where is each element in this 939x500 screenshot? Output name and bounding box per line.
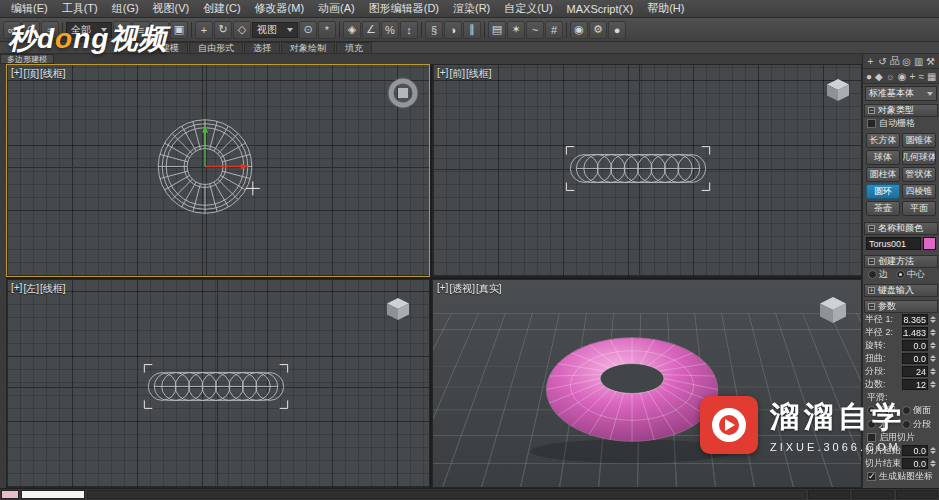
curve-editor-icon[interactable]: ~ (526, 21, 544, 39)
viewport-top[interactable]: [+] [顶] [线框] (6, 64, 430, 277)
layer-manager-icon[interactable]: ▤ (488, 21, 506, 39)
menu-item-rendering[interactable]: 渲染(R) (446, 0, 497, 17)
menu-item-help[interactable]: 帮助(H) (640, 0, 691, 17)
coordinate-y-field[interactable] (852, 490, 894, 499)
window-crossing-icon[interactable]: ▣ (170, 21, 188, 39)
schematic-view-icon[interactable]: # (545, 21, 563, 39)
spinner-icon[interactable] (929, 368, 937, 375)
cat-spacewarps-icon[interactable]: ≈ (918, 71, 924, 82)
viewport-perspective[interactable]: [+] [透视] [真实] (432, 279, 862, 488)
viewcube[interactable] (383, 73, 423, 113)
spinner-icon[interactable] (929, 355, 937, 362)
menu-item-create[interactable]: 创建(C) (196, 0, 247, 17)
primitive-type-dropdown[interactable]: 标准基本体 (865, 86, 937, 101)
viewport-front[interactable]: [+] [前] [线框] (432, 64, 862, 277)
radius2-field[interactable]: 11.483 (902, 327, 928, 338)
viewport-view-button[interactable]: [顶] (23, 67, 39, 81)
viewport-menu-button[interactable]: [+] (11, 282, 22, 296)
reference-coordinate-dropdown[interactable]: 视图 (252, 22, 298, 38)
viewcube[interactable] (815, 292, 851, 328)
viewport-menu-button[interactable]: [+] (437, 67, 448, 81)
pivot-center-icon[interactable]: ⊙ (299, 21, 317, 39)
cat-geometry-icon[interactable]: ● (866, 71, 872, 82)
geosphere-button[interactable]: 几何球体 (902, 150, 936, 165)
maxscript-mini-listener[interactable] (21, 490, 85, 499)
object-name-field[interactable]: Torus001 (866, 237, 921, 250)
viewport-shading-button[interactable]: [线框] (466, 67, 492, 81)
ribbon-tab-freeform[interactable]: 自由形式 (189, 42, 243, 53)
twist-field[interactable]: 0.0 (902, 353, 928, 364)
viewport-view-button[interactable]: [左] (23, 282, 39, 296)
viewport-view-button[interactable]: [透视] (449, 282, 475, 296)
viewcube[interactable] (383, 294, 413, 324)
rollout-creation-method[interactable]: 创建方法 (864, 255, 938, 268)
plane-button[interactable]: 平面 (902, 201, 936, 216)
tube-button[interactable]: 管状体 (902, 167, 936, 182)
menu-item-tools[interactable]: 工具(T) (55, 0, 105, 17)
ribbon-tab-selection[interactable]: 选择 (244, 42, 280, 53)
viewport-shading-button[interactable]: [线框] (40, 282, 66, 296)
viewport-shading-button[interactable]: [线框] (40, 67, 66, 81)
segments-field[interactable]: 24 (902, 366, 928, 377)
coordinate-x-field[interactable] (808, 490, 850, 499)
tab-motion-icon[interactable]: ◎ (902, 56, 911, 67)
mirror-icon[interactable]: ◑ (444, 21, 462, 39)
tab-hierarchy-icon[interactable]: 品 (890, 54, 899, 68)
cat-lights-icon[interactable]: ☼ (886, 71, 895, 82)
ribbon-tab-populate[interactable]: 填充 (336, 42, 372, 53)
spinner-snap-icon[interactable]: ↕ (400, 21, 418, 39)
tab-create-icon[interactable]: + (866, 56, 875, 67)
rotate-icon[interactable]: ↻ (214, 21, 232, 39)
torus-button[interactable]: 圆环 (866, 184, 900, 199)
render-setup-icon[interactable]: ⚙ (589, 21, 607, 39)
align-icon[interactable]: ∥ (463, 21, 481, 39)
object-color-swatch[interactable] (923, 237, 936, 250)
spinner-icon[interactable] (929, 447, 937, 454)
tab-modify-icon[interactable]: ↺ (878, 56, 887, 67)
box-button[interactable]: 长方体 (866, 133, 900, 148)
viewport-menu-button[interactable]: [+] (11, 67, 22, 81)
sphere-button[interactable]: 球体 (866, 150, 900, 165)
rollout-keyboard-entry[interactable]: 键盘输入 (864, 284, 938, 297)
viewcube[interactable] (823, 75, 853, 105)
viewport-shading-button[interactable]: [真实] (476, 282, 502, 296)
tab-utilities-icon[interactable]: ⚒ (926, 56, 935, 67)
viewport-view-button[interactable]: [前] (449, 67, 465, 81)
sides-field[interactable]: 12 (902, 379, 928, 390)
menu-item-animation[interactable]: 动画(A) (311, 0, 362, 17)
spinner-icon[interactable] (929, 460, 937, 467)
rollout-parameters[interactable]: 参数 (864, 300, 938, 313)
tab-display-icon[interactable]: ▥ (914, 56, 923, 67)
slice-to-field[interactable]: 0.0 (902, 458, 928, 469)
viewport-menu-button[interactable]: [+] (437, 282, 448, 296)
viewport-left[interactable]: [+] [左] [线框] (6, 279, 430, 488)
menu-item-views[interactable]: 视图(V) (146, 0, 197, 17)
mapping-checkbox[interactable] (867, 472, 876, 481)
rollout-object-type[interactable]: 对象类型 (864, 104, 938, 117)
coordinate-z-field[interactable] (896, 490, 938, 499)
angle-snap-icon[interactable]: ∠ (362, 21, 380, 39)
cat-systems-icon[interactable]: ▦ (927, 71, 936, 82)
ribbon-tab-object-paint[interactable]: 对象绘制 (281, 42, 335, 53)
snap-toggle-icon[interactable]: ◈ (343, 21, 361, 39)
menu-item-modifiers[interactable]: 修改器(M) (248, 0, 312, 17)
spinner-icon[interactable] (929, 329, 937, 336)
rollout-name-color[interactable]: 名称和颜色 (864, 222, 938, 235)
radius1-field[interactable]: 38.365 (902, 314, 928, 325)
teapot-button[interactable]: 茶壶 (866, 201, 900, 216)
spinner-icon[interactable] (929, 342, 937, 349)
cat-shapes-icon[interactable]: ◆ (875, 71, 883, 82)
manipulate-icon[interactable]: * (318, 21, 336, 39)
spinner-icon[interactable] (929, 316, 937, 323)
graphite-icon[interactable]: ✶ (507, 21, 525, 39)
autogrid-checkbox[interactable] (867, 119, 876, 128)
material-editor-icon[interactable]: ◉ (570, 21, 588, 39)
pyramid-button[interactable]: 四棱锥 (902, 184, 936, 199)
spinner-icon[interactable] (929, 381, 937, 388)
cat-cameras-icon[interactable]: ◉ (898, 71, 907, 82)
menu-item-customize[interactable]: 自定义(U) (497, 0, 559, 17)
render-icon[interactable]: ● (608, 21, 626, 39)
menu-item-maxscript[interactable]: MAXScript(X) (560, 0, 641, 17)
percent-snap-icon[interactable]: % (381, 21, 399, 39)
rotation-field[interactable]: 0.0 (902, 340, 928, 351)
